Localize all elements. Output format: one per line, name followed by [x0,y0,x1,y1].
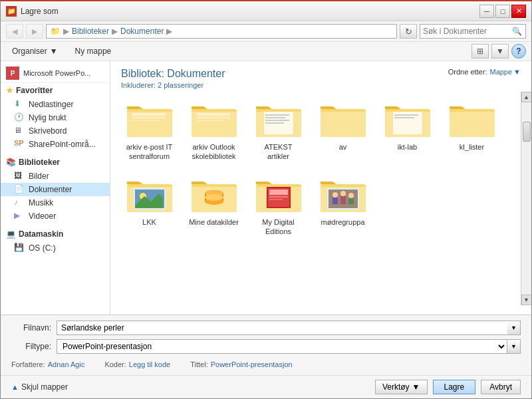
folder-my-digital[interactable]: My Digital Editions [250,172,307,239]
content-scroll-wrapper: arkiv e-post IT sentralforum arkiv Out [110,92,531,305]
folder-lkk[interactable]: LKK [121,172,178,239]
close-button[interactable]: ✕ [511,5,526,18]
address-path[interactable]: 📁 ▶ Biblioteker ▶ Dokumenter ▶ [46,24,397,39]
includes-label: Inkluderer: [121,81,156,89]
folder-name-lkk: LKK [142,217,156,227]
path-part-2[interactable]: Dokumenter [120,27,164,36]
sidebar-item-bilder[interactable]: 🖼 Bilder [1,170,110,183]
filetype-dropdown-arrow[interactable]: ▼ [507,339,521,354]
vertical-scrollbar[interactable]: ▲ ▼ [521,92,531,305]
scroll-track[interactable] [521,102,531,295]
forward-button[interactable]: ▶ [26,24,43,39]
star-icon: ★ [6,86,13,95]
save-dialog: 📁 Lagre som ─ □ ✕ ◀ ▶ 📁 ▶ Biblioteker ▶ … [0,0,532,399]
folder-name-arkiv-outlook: arkiv Outlook skolebibliotek [188,142,239,162]
scroll-up-button[interactable]: ▲ [521,92,532,102]
scroll-down-button[interactable]: ▼ [521,295,532,305]
path-icon: 📁 [51,27,61,36]
minimize-button[interactable]: ─ [479,5,494,18]
svg-marker-41 [192,182,207,184]
svg-rect-17 [265,117,285,118]
verktoy-arrow-icon: ▼ [412,382,420,392]
path-part-1[interactable]: Biblioteker [72,27,109,36]
sidebar-item-nylig-brukt[interactable]: 🕐 Nylig brukt [1,111,110,124]
svg-point-60 [332,192,338,198]
koder-value[interactable]: Legg til kode [129,360,170,368]
sidebar-item-ppt[interactable]: P Microsoft PowerPo... [1,64,110,83]
ppt-label: Microsoft PowerPo... [23,69,90,77]
forfatter-value[interactable]: Adnan Agic [48,360,85,368]
sidebar-section-biblioteker[interactable]: 📚 Biblioteker [1,155,110,170]
folder-kl-lister[interactable]: kl_lister [444,97,500,164]
folder-icon-av [319,100,367,140]
folder-arkiv-outlook[interactable]: arkiv Outlook skolebibliotek [186,97,242,164]
sidebar-item-skrivebord[interactable]: 🖥 Skrivebord [1,124,110,138]
order-by: Ordne etter: Mappe ▼ [448,68,521,76]
sidebar-item-videoer[interactable]: ▶ Videoer [1,209,110,223]
avbryt-button[interactable]: Avbryt [481,380,521,394]
dokumenter-icon: 📄 [14,184,25,195]
sidebar-section-datamaskin[interactable]: 💻 Datamaskin [1,227,110,241]
library-icon: 📚 [6,158,16,167]
folder-ikt-lab[interactable]: ikt-lab [379,97,436,164]
filename-input[interactable] [57,321,507,335]
bottom-buttons: ▲ Skjul mapper Verktøy ▼ Lagre Avbryt [1,375,531,398]
back-button[interactable]: ◀ [6,24,23,39]
refresh-button[interactable]: ↻ [400,24,417,39]
content-area: Bibliotek: Dokumenter Inkluderer: 2 plas… [110,61,531,315]
filename-dropdown-arrow[interactable]: ▼ [507,321,521,335]
folder-name-atekst: ATEKST artikler [253,142,304,162]
sidebar-item-dokumenter[interactable]: 📄 Dokumenter [1,183,110,196]
folder-name-av: av [339,142,347,152]
view-arrow-button[interactable]: ▼ [491,44,509,59]
folder-name-kl-lister: kl_lister [460,142,484,152]
sidebar-item-sharepoint[interactable]: SP SharePoint-områ... [1,138,110,151]
filetype-field-wrapper: PowerPoint-presentasjon ▼ [57,339,521,354]
folder-icon-my-digital [255,175,303,215]
sidebar-section-favoritter[interactable]: ★ Favoritter [1,83,110,98]
svg-point-46 [205,194,223,201]
view-button[interactable]: ⊞ [471,44,489,59]
sidebar-item-nedlastinger[interactable]: ⬇ Nedlastinger [1,98,110,111]
locations-link[interactable]: 2 plasseringer [158,81,203,89]
desktop-icon: 🖥 [14,126,25,136]
help-button[interactable]: ? [511,44,526,59]
organiser-arrow: ▼ [50,47,58,56]
filetype-label: Filtype: [11,342,51,351]
hide-folders-button[interactable]: ▲ Skjul mapper [11,382,68,392]
folder-mine-datakilder[interactable]: Mine datakilder [186,172,242,239]
filetype-select[interactable]: PowerPoint-presentasjon [57,339,507,354]
folder-arkiv-epost[interactable]: arkiv e-post IT sentralforum [121,97,178,164]
tittel-item: Tittel: PowerPoint-presentasjon [190,360,292,368]
sidebar-item-os-c[interactable]: 💾 OS (C:) [1,241,110,255]
filename-label: Filnavn: [11,323,51,332]
scroll-thumb[interactable] [523,122,531,142]
search-button[interactable]: 🔍 [511,25,523,38]
svg-rect-28 [394,117,414,118]
order-value[interactable]: Mappe ▼ [489,68,521,76]
window-title: Lagre som [21,7,479,16]
organiser-button[interactable]: Organiser ▼ [6,45,64,58]
drive-icon: 💾 [14,243,25,253]
videoer-label: Videoer [29,211,56,221]
folder-icon-atekst [255,100,303,140]
svg-marker-8 [192,106,207,109]
svg-marker-57 [321,182,336,184]
folder-atekst[interactable]: ATEKST artikler [250,97,307,164]
search-input[interactable] [423,27,511,36]
sidebar: P Microsoft PowerPo... ★ Favoritter ⬇ Ne… [1,61,110,315]
svg-rect-18 [265,120,289,121]
search-box[interactable]: 🔍 [420,24,526,39]
svg-marker-14 [256,106,272,109]
svg-rect-4 [132,117,166,118]
ny-mappe-button[interactable]: Ny mappe [69,45,118,58]
lagre-button[interactable]: Lagre [433,380,476,394]
folder-name-ikt-lab: ikt-lab [398,142,417,152]
sidebar-item-musikk[interactable]: ♪ Musikk [1,196,110,209]
maximize-button[interactable]: □ [495,5,510,18]
tittel-value[interactable]: PowerPoint-presentasjon [211,360,293,368]
verktoy-button[interactable]: Verktøy ▼ [375,380,428,394]
folder-av[interactable]: av [315,97,371,164]
forfatter-label: Forfattere: [11,360,45,368]
folder-modregruppa[interactable]: mødregruppa [315,172,371,239]
